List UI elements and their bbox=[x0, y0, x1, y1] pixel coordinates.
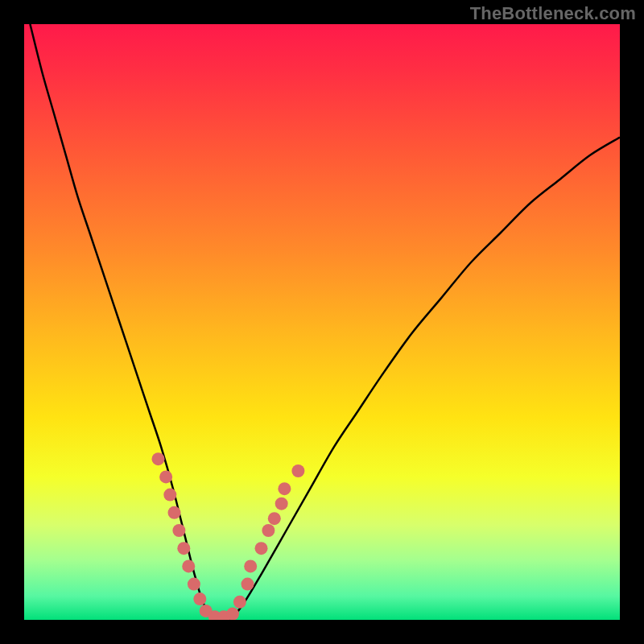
watermark-text: TheBottleneck.com bbox=[470, 3, 636, 24]
curve-marker bbox=[233, 596, 246, 609]
curve-marker bbox=[255, 542, 268, 555]
curve-marker bbox=[159, 470, 172, 483]
plot-area bbox=[24, 24, 620, 620]
curve-marker bbox=[188, 578, 200, 591]
chart-svg bbox=[24, 24, 620, 620]
curve-marker bbox=[291, 464, 304, 477]
curve-marker bbox=[172, 524, 185, 537]
curve-marker bbox=[226, 608, 239, 620]
curve-marker bbox=[242, 578, 254, 591]
curve-markers bbox=[152, 452, 305, 620]
curve-marker bbox=[182, 559, 195, 572]
curve-marker bbox=[275, 497, 288, 510]
curve-marker bbox=[167, 506, 180, 519]
curve-marker bbox=[177, 542, 190, 555]
curve-marker bbox=[244, 559, 257, 572]
curve-marker bbox=[152, 452, 165, 465]
curve-marker bbox=[278, 482, 291, 495]
curve-marker bbox=[193, 592, 206, 605]
chart-container: TheBottleneck.com bbox=[0, 0, 644, 644]
curve-marker bbox=[268, 512, 281, 525]
curve-marker bbox=[262, 524, 275, 537]
curve-marker bbox=[163, 489, 176, 502]
bottleneck-curve bbox=[30, 24, 620, 620]
